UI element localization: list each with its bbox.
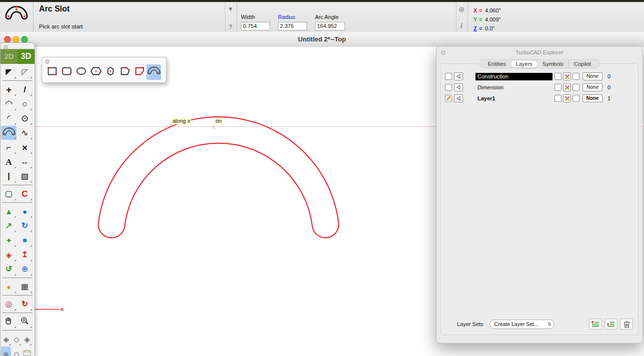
arc-slot-tool-button[interactable] — [146, 64, 161, 80]
info-icon[interactable]: i — [460, 22, 462, 30]
layer-lock-checkbox[interactable] — [554, 95, 562, 102]
arc-tool-button[interactable]: ◠ — [1, 97, 16, 111]
layer-visibility-icon[interactable] — [454, 94, 463, 102]
arc-slot-tool-button[interactable] — [1, 126, 16, 140]
rotate-3d-button[interactable]: ↻ — [17, 219, 32, 233]
tab-3d[interactable]: 3D — [18, 49, 34, 64]
toolbar-separator — [468, 2, 468, 32]
layer-list: Construction None 0 Dimension None 0 Lay… — [444, 71, 635, 104]
crosshair-icon[interactable]: ⊕ — [458, 5, 465, 14]
layer-visibility-icon[interactable] — [454, 72, 463, 80]
text-tool-button[interactable]: A — [1, 155, 16, 169]
palette-close-icon[interactable] — [4, 45, 8, 49]
ellipse-tool-button[interactable]: ⊙ — [17, 111, 32, 125]
copy-tool-button[interactable]: ▢ — [1, 187, 16, 201]
mini-palette-button[interactable] — [22, 347, 32, 356]
segment-tool-button[interactable]: | — [1, 169, 16, 183]
layer-material-button[interactable]: None — [582, 94, 602, 102]
layer-color-icon[interactable] — [563, 94, 571, 102]
equals-sign: = — [479, 7, 485, 13]
hexagon-tool-button[interactable] — [103, 64, 118, 80]
intersect-tool-button[interactable]: × — [17, 140, 32, 154]
minimize-window-button[interactable] — [12, 36, 20, 43]
freehand-polygon-tool-button[interactable] — [132, 64, 146, 80]
layer-color-icon[interactable] — [563, 83, 571, 91]
tab-2d[interactable]: 2D — [0, 49, 18, 64]
magnet-tool-button[interactable]: C — [17, 187, 32, 201]
select-open-cursor-button[interactable]: ◸ — [17, 65, 32, 79]
pyramid-3d-button[interactable]: ▲ — [1, 204, 16, 218]
layer-sets-footer: Layer Sets Create Layer Set... ⇅ — [446, 319, 633, 330]
hexagon-wide-tool-button[interactable] — [88, 64, 103, 80]
layer-edit-checkbox[interactable] — [445, 84, 452, 91]
layer-row[interactable]: Dimension None 0 — [444, 82, 635, 93]
parameter-input[interactable]: 0.754 — [241, 22, 270, 30]
select-cursor-button[interactable]: ◤ — [1, 65, 16, 79]
cube-view-button[interactable]: ◇ — [12, 332, 22, 346]
delete-layer-set-button[interactable] — [620, 319, 633, 330]
stadium-tool-button[interactable] — [74, 64, 88, 80]
circle-tool-button[interactable]: ○ — [17, 97, 32, 111]
wire-view-button[interactable]: ◇ — [12, 347, 22, 356]
close-window-button[interactable] — [4, 36, 11, 43]
layer-edit-checkbox[interactable] — [445, 95, 452, 102]
move-3d-button[interactable]: ↗ — [1, 219, 16, 233]
rectangle-tool-button[interactable] — [45, 64, 60, 80]
zoom-in-button[interactable] — [17, 315, 32, 329]
shaded-view-button[interactable]: ◆ — [1, 347, 11, 356]
walkthrough-camera-button[interactable]: ↻ — [17, 297, 32, 311]
layer-set-dropdown[interactable]: Create Layer Set... ⇅ — [490, 320, 554, 329]
parameter-input[interactable]: 2.375 — [278, 22, 307, 30]
layer-print-checkbox[interactable] — [572, 84, 580, 91]
layer-color-icon[interactable] — [563, 72, 571, 80]
revolve-button[interactable]: ↺ — [1, 262, 16, 276]
layer-name[interactable]: Construction — [476, 73, 552, 80]
palette-header[interactable] — [0, 43, 34, 49]
curve-tool-button[interactable]: ◜ — [1, 111, 16, 125]
document-titlebar[interactable]: Untitled 2*--Top — [0, 32, 644, 47]
tab-symbols[interactable]: Symbols — [538, 60, 569, 67]
irregular-polygon-tool-button[interactable] — [118, 64, 132, 80]
fillet-tool-button[interactable]: ⌐ — [1, 140, 16, 154]
dimension-tool-button[interactable]: ↔ — [17, 155, 32, 169]
line-tool-button[interactable]: / — [17, 82, 32, 96]
axon-view-button[interactable]: ◈ — [22, 332, 32, 346]
extrude-button[interactable]: ↥ — [17, 248, 32, 262]
layer-material-button[interactable]: None — [582, 72, 602, 80]
layer-edit-checkbox[interactable] — [445, 73, 452, 80]
tab-entities[interactable]: Entities — [483, 60, 511, 67]
layer-material-button[interactable]: None — [582, 83, 602, 91]
sphere-3d-button[interactable]: ● — [17, 204, 32, 218]
plant-3d-button[interactable]: ✦ — [1, 233, 16, 247]
add-to-layer-set-button[interactable] — [604, 319, 618, 330]
add-cylinder-button[interactable]: ⊕ — [17, 262, 32, 276]
layer-visibility-icon[interactable] — [454, 83, 463, 91]
layer-lock-checkbox[interactable] — [554, 73, 562, 80]
render-material-button[interactable]: ● — [1, 280, 16, 294]
chevron-down-icon[interactable]: ▼ — [228, 5, 234, 12]
camera-tripod-button[interactable]: ◎ — [1, 297, 16, 311]
layer-name[interactable]: Dimension — [476, 84, 552, 91]
tab-copilot[interactable]: Copilot — [569, 60, 596, 67]
box-3d-button[interactable]: ■ — [17, 233, 32, 247]
iso-view-button[interactable]: ◈ — [1, 332, 11, 346]
layer-row[interactable]: Layer1 None 1 — [444, 93, 635, 104]
layer-print-checkbox[interactable] — [572, 73, 580, 80]
parameter-input[interactable]: 164.952 — [315, 22, 345, 30]
layer-stack-button[interactable]: ◈ — [1, 248, 16, 262]
help-icon[interactable]: ? — [228, 23, 232, 30]
shapes-toolbar-close-icon[interactable] — [45, 59, 50, 64]
hatch-tool-button[interactable]: ▨ — [17, 169, 32, 183]
tab-layers[interactable]: Layers — [511, 60, 538, 67]
zoom-window-button[interactable] — [21, 36, 28, 43]
pan-hand-button[interactable] — [1, 315, 16, 329]
new-layer-set-button[interactable] — [589, 319, 602, 330]
layer-row[interactable]: Construction None 0 — [444, 71, 635, 82]
layer-print-checkbox[interactable] — [572, 95, 580, 102]
layer-name[interactable]: Layer1 — [476, 95, 552, 102]
point-tool-button[interactable]: + — [1, 82, 16, 96]
spline-tool-button[interactable]: ∿ — [17, 126, 32, 140]
rounded-rectangle-tool-button[interactable] — [60, 64, 74, 80]
layer-lock-checkbox[interactable] — [554, 84, 562, 91]
lights-panel-button[interactable]: ▦ — [17, 280, 32, 294]
